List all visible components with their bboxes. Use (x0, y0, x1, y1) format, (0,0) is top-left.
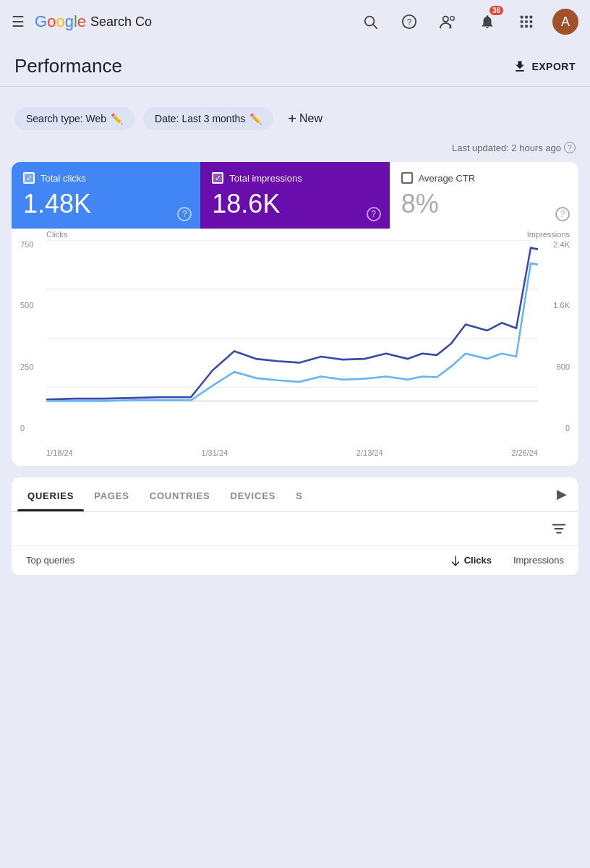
export-button[interactable]: EXPORT (513, 59, 576, 74)
total-impressions-label: ✓ Total impressions (212, 172, 377, 184)
header-logo: ☰ Google Search Co (12, 12, 350, 31)
notification-icon[interactable]: 36 (474, 9, 500, 35)
app-name: Search Co (90, 14, 152, 30)
people-icon[interactable] (435, 9, 461, 35)
y-left-500: 500 (20, 301, 33, 310)
chart-wrapper: 750 500 250 0 2.4K 1.6K 800 0 Clicks Imp… (20, 240, 570, 457)
tab-countries[interactable]: COUNTRIES (140, 477, 221, 511)
search-type-label: Search type: Web (26, 113, 106, 124)
plus-icon: + (288, 111, 296, 127)
date-label: Date: Last 3 months (155, 113, 245, 124)
main-content: Search type: Web ✏️ Date: Last 3 months … (0, 87, 590, 576)
svg-text:?: ? (407, 17, 412, 27)
average-ctr-tile[interactable]: Average CTR 8% ? (390, 162, 578, 229)
average-ctr-value: 8% (401, 190, 567, 218)
y-right-0: 0 (553, 424, 570, 433)
page-title-bar: Performance EXPORT (0, 43, 590, 87)
svg-rect-13 (525, 25, 528, 28)
y-left-250: 250 (20, 362, 33, 371)
edit-icon: ✏️ (111, 113, 123, 124)
tab-devices[interactable]: DEVICES (220, 477, 286, 511)
clicks-help-icon[interactable]: ? (177, 207, 192, 221)
svg-rect-14 (530, 25, 533, 28)
tabs-row: QUERIES PAGES COUNTRIES DEVICES S ▶ (12, 477, 578, 512)
clicks-checkbox[interactable]: ✓ (23, 172, 35, 184)
average-ctr-label: Average CTR (401, 172, 567, 184)
chart-x-labels: 1/18/24 1/31/24 2/13/24 2/26/24 (46, 448, 538, 457)
svg-point-5 (450, 17, 455, 21)
svg-rect-12 (521, 25, 523, 28)
chart-y-right-labels: 2.4K 1.6K 800 0 (553, 240, 570, 435)
svg-point-4 (443, 17, 448, 22)
last-updated-row: Last updated: 2 hours ago ? (12, 139, 578, 162)
total-clicks-label: ✓ Total clicks (23, 172, 189, 184)
page-title: Performance (14, 55, 122, 77)
new-button[interactable]: + New (288, 111, 322, 127)
total-clicks-value: 1.48K (23, 190, 189, 218)
svg-rect-7 (525, 16, 528, 19)
date-filter[interactable]: Date: Last 3 months ✏️ (143, 107, 273, 130)
tab-pages[interactable]: PAGES (84, 477, 140, 511)
hamburger-icon[interactable]: ☰ (12, 13, 25, 30)
metrics-card: ✓ Total clicks 1.48K ? ✓ Total impressio… (12, 162, 578, 466)
x-label-1: 1/18/24 (46, 448, 73, 457)
last-updated-help-icon[interactable]: ? (564, 142, 576, 153)
svg-rect-10 (525, 20, 528, 23)
impressions-checkbox[interactable]: ✓ (212, 172, 223, 184)
metrics-row: ✓ Total clicks 1.48K ? ✓ Total impressio… (12, 162, 578, 229)
chart-y-left-labels: 750 500 250 0 (20, 240, 33, 435)
svg-rect-6 (521, 16, 523, 19)
bottom-card: QUERIES PAGES COUNTRIES DEVICES S ▶ (12, 477, 578, 576)
notification-badge: 36 (489, 6, 503, 15)
impressions-help-icon[interactable]: ? (367, 207, 381, 221)
total-clicks-tile[interactable]: ✓ Total clicks 1.48K ? (12, 162, 200, 229)
sort-icon (450, 555, 461, 566)
svg-rect-11 (530, 20, 533, 23)
y-right-2.4k: 2.4K (553, 240, 570, 249)
filter-bar: Search type: Web ✏️ Date: Last 3 months … (12, 98, 578, 139)
y-right-800: 800 (553, 362, 570, 371)
svg-rect-9 (521, 20, 523, 23)
help-icon[interactable]: ? (396, 9, 422, 35)
search-icon[interactable] (357, 9, 383, 35)
ctr-help-icon[interactable]: ? (555, 207, 570, 221)
total-impressions-value: 18.6K (212, 190, 377, 218)
chart-impressions-label: Impressions (527, 230, 570, 239)
tab-s[interactable]: S (286, 477, 312, 511)
tab-arrow-icon[interactable]: ▶ (551, 477, 573, 511)
new-label: New (299, 112, 322, 125)
table-col-queries-header: Top queries (26, 555, 450, 566)
header-icons: ? 36 (357, 9, 578, 35)
chart-svg-container (46, 240, 538, 435)
y-left-0: 0 (20, 424, 33, 433)
last-updated-text: Last updated: 2 hours ago (452, 142, 561, 153)
avatar[interactable]: A (552, 9, 578, 35)
chart-svg (46, 240, 538, 435)
edit-pencil-icon: ✏️ (249, 113, 262, 124)
x-label-2: 1/31/24 (201, 448, 228, 457)
tab-queries[interactable]: QUERIES (17, 477, 84, 511)
google-logo: Google (35, 12, 86, 31)
chart-area: 750 500 250 0 2.4K 1.6K 800 0 Clicks Imp… (12, 229, 578, 466)
ctr-checkbox[interactable] (401, 172, 413, 184)
svg-line-1 (373, 25, 377, 28)
x-label-4: 2/26/24 (511, 448, 538, 457)
table-header: Top queries Clicks Impressions (12, 546, 578, 576)
export-label: EXPORT (531, 61, 576, 72)
table-col-impressions-header: Impressions (492, 555, 564, 566)
total-impressions-tile[interactable]: ✓ Total impressions 18.6K ? (200, 162, 389, 229)
apps-icon[interactable] (513, 9, 539, 35)
y-right-1.6k: 1.6K (553, 301, 570, 310)
x-label-3: 2/13/24 (356, 448, 383, 457)
header: ☰ Google Search Co ? (0, 0, 590, 43)
table-col-clicks-header[interactable]: Clicks (450, 555, 492, 566)
y-left-750: 750 (20, 240, 33, 249)
table-filter-icon[interactable] (551, 521, 567, 537)
search-type-filter[interactable]: Search type: Web ✏️ (14, 107, 134, 130)
chart-clicks-label: Clicks (46, 230, 67, 239)
svg-rect-8 (530, 16, 533, 19)
table-filter-row (12, 512, 578, 546)
